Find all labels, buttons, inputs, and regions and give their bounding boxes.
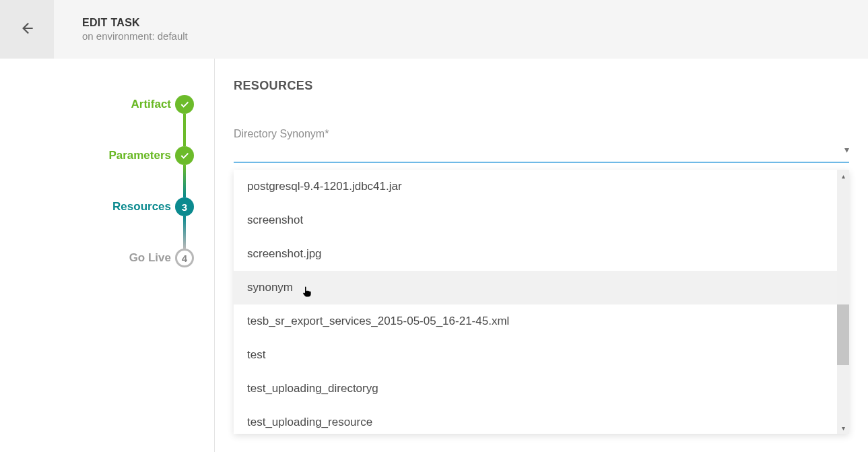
section-heading: RESOURCES (234, 79, 849, 93)
scrollbar-thumb[interactable] (837, 304, 849, 365)
scrollbar-track[interactable] (837, 170, 849, 434)
step-label: Artifact (131, 98, 171, 111)
scroll-up-icon[interactable]: ▴ (837, 170, 849, 182)
wizard-stepper: Artifact Parameters Resources 3 G (0, 59, 214, 452)
step-golive[interactable]: Go Live 4 (0, 232, 214, 284)
chevron-down-icon[interactable]: ▾ (844, 144, 849, 155)
step-number-badge: 3 (175, 197, 194, 216)
page-subtitle: on environment: default (82, 30, 188, 42)
step-label: Resources (112, 200, 171, 214)
check-icon (175, 95, 194, 114)
field-label-directory-synonym: Directory Synonym* (234, 128, 849, 140)
arrow-left-icon (18, 20, 36, 40)
scroll-down-icon[interactable]: ▾ (837, 422, 849, 434)
app-root: EDIT TASK on environment: default Artifa… (0, 0, 868, 452)
dropdown-option[interactable]: test_uploading_directoryg (234, 372, 849, 406)
dropdown-option[interactable]: screenshot.jpg (234, 237, 849, 271)
step-artifact[interactable]: Artifact (0, 79, 214, 130)
directory-synonym-input[interactable] (234, 143, 849, 163)
directory-synonym-dropdown: postgresql-9.4-1201.jdbc41.jarscreenshot… (234, 170, 849, 434)
dropdown-option[interactable]: synonym (234, 271, 849, 304)
page-title-block: EDIT TASK on environment: default (82, 17, 188, 42)
back-button[interactable] (0, 0, 54, 59)
dropdown-option[interactable]: screenshot (234, 203, 849, 237)
dropdown-option[interactable]: test (234, 338, 849, 372)
top-bar: EDIT TASK on environment: default (0, 0, 868, 59)
main-panel: RESOURCES Directory Synonym* ▾ postgresq… (214, 59, 868, 452)
check-icon (175, 146, 194, 165)
step-label: Go Live (129, 251, 171, 265)
step-parameters[interactable]: Parameters (0, 130, 214, 181)
body: Artifact Parameters Resources 3 G (0, 59, 868, 452)
dropdown-option[interactable]: postgresql-9.4-1201.jdbc41.jar (234, 170, 849, 203)
step-label: Parameters (108, 149, 171, 162)
page-title: EDIT TASK (82, 17, 188, 29)
step-resources[interactable]: Resources 3 (0, 181, 214, 232)
dropdown-option[interactable]: test_uploading_resource (234, 406, 849, 434)
step-number-badge: 4 (175, 249, 194, 267)
dropdown-option[interactable]: tesb_sr_export_services_2015-05-05_16-21… (234, 304, 849, 338)
